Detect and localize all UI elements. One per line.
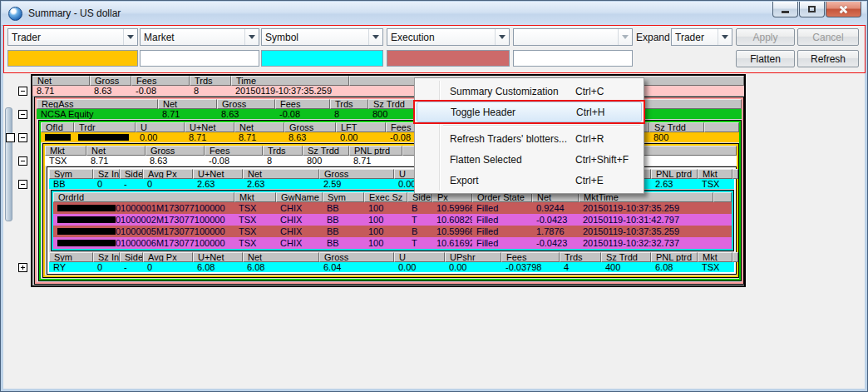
market-filter-combo[interactable]: Market (140, 28, 259, 46)
table-cell: Fees (205, 146, 263, 156)
menu-item-refresh-traders-blotters[interactable]: Refresh Traders' blotters...Ctrl+R (417, 128, 642, 149)
app-window: Summary - US dollar Trader Market Symbol… (0, 0, 868, 392)
row-checkbox[interactable] (6, 133, 15, 142)
flatten-button[interactable]: Flatten (736, 50, 795, 67)
table-cell: 100 (364, 204, 407, 213)
window-title: Summary - US dollar (28, 7, 121, 19)
table-cell: 20150119-10:31:42.797 (579, 216, 713, 225)
chevron-down-icon (618, 29, 632, 45)
table-cell: Side (120, 169, 143, 179)
table-cell: Gross (145, 146, 205, 156)
table-cell: CHIX (276, 227, 323, 236)
redacted-value (78, 134, 129, 141)
expand-combo[interactable]: Trader (671, 28, 732, 46)
collapse-toggle-minus[interactable] (18, 87, 27, 96)
table-cell: 01000005M173077100000 (53, 227, 234, 236)
table-cell: PNL ptrd (651, 252, 698, 262)
table-cell: 8.63 (90, 87, 131, 96)
table-cell: 6.04 (319, 263, 394, 272)
table-data-row[interactable]: RY0-06.086.086.040.000.00-0.0379844006.0… (49, 262, 734, 272)
table-cell: 800 (368, 110, 420, 119)
table-cell: Mkt (698, 169, 732, 179)
minimize-button[interactable] (772, 2, 798, 17)
table-cell: 0 (143, 263, 193, 272)
table-cell (74, 134, 136, 141)
table-cell: 4 (560, 263, 601, 272)
cancel-button[interactable]: Cancel (797, 28, 859, 46)
table-cell: Mkt (698, 252, 732, 262)
table-cell: NCSA Equity (37, 110, 158, 119)
menu-item-export[interactable]: ExportCtrl+E (417, 170, 642, 191)
symbol-color-field[interactable] (261, 50, 383, 67)
table-cell: U+Net (193, 169, 243, 179)
table-data-row[interactable]: 01000005M173077100000TSXCHIXBB100B10.599… (53, 226, 732, 237)
table-cell: TSX (698, 180, 732, 189)
table-cell: TSX (234, 204, 276, 213)
table-data-row[interactable]: 01000002M173077100000TSXCHIXBB100T10.608… (53, 214, 732, 226)
minimize-icon (782, 11, 789, 13)
redacted-id-prefix (57, 228, 116, 235)
collapse-toggle-minus[interactable] (18, 110, 27, 119)
table-cell: TSX (45, 156, 86, 166)
table-cell: CHIX (276, 204, 323, 213)
table-cell: 10.59966 (432, 204, 472, 213)
maximize-button[interactable] (799, 2, 825, 17)
menu-item-toggle-header[interactable]: Toggle HeaderCtrl+H (417, 102, 642, 122)
table-cell: 01000001M173077100000 (53, 204, 234, 213)
table-cell: 8.71 (86, 156, 145, 166)
chevron-down-icon (244, 29, 259, 45)
table-cell: Sz In (93, 169, 120, 179)
menu-item-flatten-selected[interactable]: Flatten SelectedCtrl+Shift+F (417, 149, 642, 170)
table-cell: TSX (234, 227, 276, 236)
table-cell: 20150119-10:37:35.259 (579, 227, 713, 236)
table-cell: Gross (90, 76, 131, 86)
table-cell: U (394, 252, 445, 262)
table-cell: OrdrId (53, 192, 234, 202)
menu-item-summary-customization[interactable]: Summary CustomizationCtrl+C (417, 81, 642, 102)
collapse-toggle-minus[interactable] (18, 180, 27, 189)
execution-color-field[interactable] (387, 50, 510, 67)
trader-color-field[interactable] (7, 50, 138, 67)
collapse-toggle-minus[interactable] (18, 133, 27, 142)
market-color-field[interactable] (140, 50, 259, 67)
vertical-scroll-strip[interactable] (5, 107, 12, 221)
expand-combo-value: Trader (672, 32, 718, 43)
table-cell: 2.63 (193, 180, 243, 189)
extra-color-field[interactable] (513, 50, 633, 67)
table-cell: -0.0423 (532, 216, 579, 225)
table-cell: 01000006M173077100000 (53, 239, 234, 248)
table-cell: Gross (319, 169, 394, 179)
chevron-down-icon (368, 29, 382, 45)
apply-button[interactable]: Apply (736, 28, 795, 46)
table-cell: -0.0423 (532, 239, 579, 248)
menu-item-label: Flatten Selected (450, 154, 522, 166)
table-data-row[interactable]: 01000001M173077100000TSXCHIXBB100B10.599… (53, 202, 732, 214)
table-data-row[interactable]: 01000006M173077100000TSXCHIXBB100T10.616… (53, 237, 732, 249)
menu-item-shortcut: Ctrl+C (575, 86, 604, 97)
table-cell: PNL ptrd (651, 169, 698, 179)
close-button[interactable] (826, 2, 861, 17)
table-cell: Mkt (234, 192, 276, 202)
table-cell: 8.71 (185, 133, 234, 142)
table-cell: 8.71 (234, 133, 284, 142)
table-cell: Net (32, 76, 90, 86)
table-cell: 8 (190, 87, 231, 96)
table-cell: Side (120, 252, 143, 262)
refresh-button[interactable]: Refresh (797, 50, 859, 67)
execution-filter-combo[interactable]: Execution (387, 28, 510, 46)
table-cell: BB (323, 239, 364, 248)
table-cell (713, 192, 732, 202)
table-cell: Fees (275, 99, 330, 109)
expand-toggle-plus[interactable] (18, 263, 27, 272)
table-cell: 8.63 (217, 110, 275, 119)
execution-filter-label: Execution (387, 32, 495, 43)
table-cell (732, 169, 738, 179)
collapse-toggle-minus[interactable] (18, 156, 27, 166)
trader-filter-combo[interactable]: Trader (7, 28, 138, 46)
table-cell: 10.59966 (432, 227, 472, 236)
table-cell: 2.63 (651, 180, 698, 189)
table-cell: BB (323, 227, 364, 236)
table-cell: RegAss (37, 99, 158, 109)
symbol-filter-combo[interactable]: Symbol (261, 28, 383, 46)
redacted-id-prefix (57, 240, 116, 246)
